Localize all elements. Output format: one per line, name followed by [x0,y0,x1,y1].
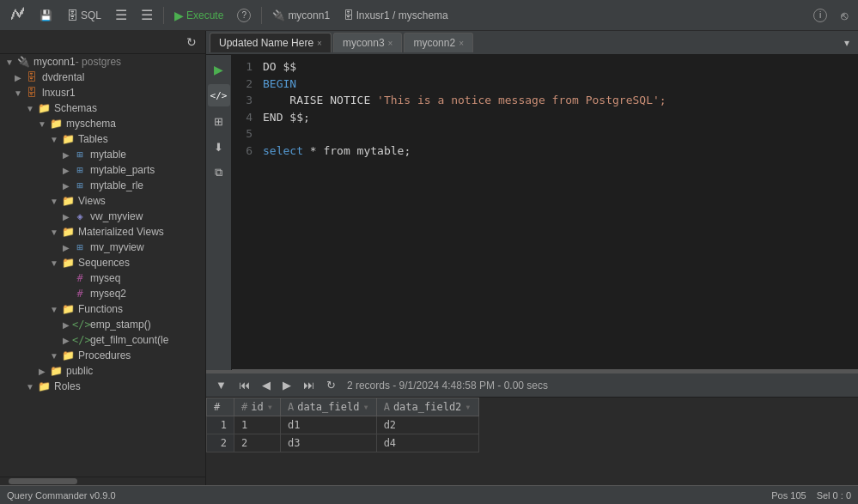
tree-arrow: ▼ [24,382,36,392]
sidebar-refresh-button[interactable]: ↻ [183,33,200,51]
result-status: 2 records - 9/1/2024 4:48:58 PM - 0.00 s… [347,380,548,392]
line-content[interactable]: DO $$ [259,58,296,76]
tree-item[interactable]: ▼📁myschema [0,116,205,131]
download-panel-button[interactable]: ⬇ [208,136,230,158]
sidebar: ↻ ▼🔌myconn1 - postgres▶🗄dvdrental▼🗄lnxus… [0,31,206,485]
line-content[interactable]: select * from mytable; [259,143,411,160]
tab-close-icon[interactable]: × [388,39,393,48]
tree-item[interactable]: ▶📁public [0,363,205,379]
schema-path-button[interactable]: 🗄 lnxusr1 / myschema [338,7,453,24]
indent-out-button[interactable]: ☰ [136,4,158,26]
tree-node-label: Roles [54,380,81,392]
save-button[interactable]: 💾 [34,7,58,24]
tree-node-label: myschema [66,118,116,130]
exit-icon: ⎋ [841,9,848,22]
tree-arrow: ▼ [48,197,60,206]
exit-button[interactable]: ⎋ [836,6,853,25]
tree-item[interactable]: ▶</>emp_stamp() [0,317,205,332]
col-header[interactable]: Adata_field2▾ [376,398,478,416]
copy-panel-button[interactable]: ⧉ [208,161,230,184]
last-page-button[interactable]: ⏭ [299,377,319,393]
tree-node-label: Procedures [78,349,131,361]
tab-close-icon[interactable]: × [317,39,322,48]
tree-item[interactable]: ▶🗄dvdrental [0,70,205,85]
schema-path-label: lnxusr1 / myschema [356,9,448,21]
tree-arrow: ▶ [60,150,72,160]
tree-item[interactable]: ▼📁Views [0,193,205,209]
first-page-button[interactable]: ⏮ [234,377,254,393]
execute-button[interactable]: ▶ Execute [169,6,228,25]
tree-item[interactable]: ▼📁Tables [0,131,205,147]
sql-editor[interactable]: 1DO $$2BEGIN3 RAISE NOTICE 'This is a no… [232,55,858,370]
tree-node-icon: 📁 [60,349,76,361]
logo-button[interactable]: 🗲 [5,3,31,27]
tree-node-icon: ⊞ [72,164,88,176]
col-sort-icon[interactable]: ▾ [267,401,273,413]
tree-node-icon: # [72,272,88,284]
prev-page-button[interactable]: ◀ [258,377,275,393]
tab-item[interactable]: Updated Name Here× [210,33,332,52]
tree-node-label: myseq [90,272,120,284]
tree-node-label: Tables [78,133,108,145]
table-row[interactable]: 22d3d4 [207,434,479,452]
tree-item[interactable]: ▼📁Materialized Views [0,224,205,240]
tree-node-icon: ◈ [72,210,88,222]
main-area: ↻ ▼🔌myconn1 - postgres▶🗄dvdrental▼🗄lnxus… [0,31,858,485]
tree-item[interactable]: ▼📁Functions [0,301,205,317]
tree-item[interactable]: ▶⊞mytable [0,147,205,162]
tree-item[interactable]: ▶⊞mv_myview [0,240,205,255]
indent-in-button[interactable]: ☰ [110,4,132,26]
tree-node-label: lnxusr1 [42,87,76,99]
tree-item[interactable]: #myseq [0,270,205,286]
connection-button[interactable]: 🔌 myconn1 [267,7,335,24]
tree-node-icon: </> [72,334,88,346]
run-panel-button[interactable]: ▶ [208,58,230,81]
tree-item[interactable]: ▶⊞mytable_rle [0,178,205,193]
tree-node-icon: 📁 [60,195,76,207]
tree-node-label: Schemas [54,102,97,114]
col-label: data_field2 [393,401,461,413]
tree-item[interactable]: ▶</>get_film_count(le [0,332,205,348]
tab-close-icon[interactable]: × [459,39,464,48]
col-sort-icon[interactable]: ▾ [465,401,471,413]
tree-item[interactable]: ▼📁Procedures [0,348,205,363]
help-button[interactable]: ? [232,6,256,25]
tree-item[interactable]: ▼📁Roles [0,379,205,394]
tree-item[interactable]: ▼📁Sequences [0,255,205,270]
table-row[interactable]: 11d1d2 [207,416,479,434]
col-header[interactable]: #id▾ [234,398,281,416]
help-icon: ? [237,9,251,22]
tree-node-icon: # [72,288,88,300]
line-number: 5 [232,125,259,143]
line-content[interactable]: RAISE NOTICE 'This is a notice message f… [259,92,666,109]
status-bar: Query Commander v0.9.0 Pos 105 Sel 0 : 0 [0,485,858,504]
filter-button[interactable]: ▼ [211,377,231,393]
line-content[interactable]: END $$; [259,109,310,126]
tree-item[interactable]: ▶◈vw_myview [0,209,205,224]
tree-item[interactable]: ▼🔌myconn1 - postgres [0,54,205,70]
grid-panel-button[interactable]: ⊞ [208,110,230,132]
line-content[interactable]: BEGIN [259,76,296,93]
col-header[interactable]: Adata_field▾ [280,398,376,416]
tree-node-label: dvdrental [42,71,84,83]
tree-item[interactable]: #myseq2 [0,286,205,301]
tree-arrow: ▶ [60,243,72,252]
tab-dropdown-button[interactable]: ▾ [839,35,855,51]
row-number: 1 [207,416,234,434]
line-content[interactable] [259,125,263,143]
tab-item[interactable]: myconn3× [333,33,403,52]
sql-button[interactable]: 🗄 SQL [61,6,106,25]
tree-arrow: ▼ [3,58,15,67]
info-button[interactable]: i [808,6,832,25]
col-sort-icon[interactable]: ▾ [362,401,368,413]
tree-item[interactable]: ▼🗄lnxusr1 [0,85,205,100]
next-page-button[interactable]: ▶ [278,377,295,393]
code-panel-button[interactable]: </> [208,84,230,106]
tree-arrow: ▶ [60,320,72,330]
result-table: ##id▾Adata_field▾Adata_field2▾11d1d222d3… [206,398,479,452]
tab-item[interactable]: myconn2× [404,33,473,52]
tree-item[interactable]: ▼📁Schemas [0,100,205,116]
tree-node-icon: 📁 [60,257,76,269]
refresh-result-button[interactable]: ↻ [322,377,340,393]
tree-item[interactable]: ▶⊞mytable_parts [0,162,205,178]
